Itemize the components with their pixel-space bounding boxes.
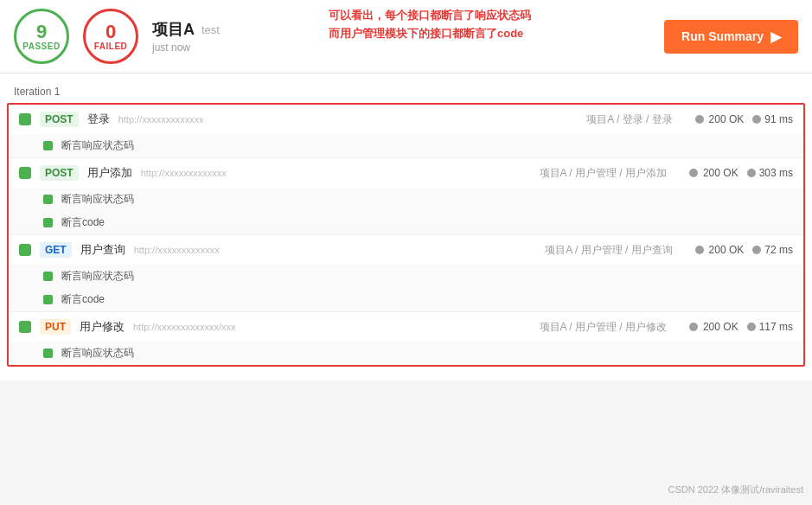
assertion-text: 断言响应状态码 — [61, 192, 134, 207]
time-value: 72 ms — [764, 244, 793, 256]
assertion-text: 断言响应状态码 — [61, 138, 134, 153]
assertion-row: 断言响应状态码 — [9, 342, 803, 365]
request-url: http://xxxxxxxxxxxxx — [118, 114, 204, 125]
time-circle-icon — [747, 169, 756, 177]
time-circle-icon — [752, 246, 761, 254]
request-name: 用户添加 — [87, 165, 132, 181]
header: 9 PASSED 0 FAILED 项目A test just now 可以看出… — [0, 0, 812, 74]
main-content: Iteration 1 POST 登录 http://xxxxxxxxxxxxx… — [0, 74, 812, 380]
iteration-label: Iteration 1 — [0, 80, 812, 103]
request-url: http://xxxxxxxxxxxxx/xxx — [133, 322, 236, 332]
request-status: 200 OK — [689, 167, 738, 179]
status-code: 200 OK — [709, 113, 745, 125]
status-code: 200 OK — [703, 321, 738, 333]
time-value: 117 ms — [759, 321, 793, 333]
time-value: 303 ms — [759, 167, 793, 179]
time-circle-icon — [747, 323, 756, 331]
status-indicator — [19, 244, 31, 256]
project-tag: test — [201, 23, 220, 36]
status-circle-icon — [689, 323, 698, 331]
passed-count: 9 — [36, 22, 47, 42]
status-indicator — [19, 167, 31, 179]
assertion-row: 断言code — [9, 211, 803, 234]
request-status: 200 OK — [695, 244, 745, 256]
assertion-row: 断言code — [9, 288, 803, 311]
assertion-indicator — [43, 295, 53, 304]
status-indicator — [19, 321, 31, 333]
time-circle-icon — [752, 115, 761, 124]
assertion-row: 断言响应状态码 — [9, 188, 803, 211]
request-name: 登录 — [87, 112, 110, 127]
assertion-indicator — [43, 218, 53, 227]
status-circle-icon — [689, 169, 698, 177]
request-time: 72 ms — [752, 244, 793, 256]
failed-badge: 0 FAILED — [83, 9, 138, 64]
request-url: http://xxxxxxxxxxxxx — [141, 168, 227, 178]
request-row[interactable]: POST 用户添加 http://xxxxxxxxxxxxx 项目A / 用户管… — [9, 158, 803, 188]
project-info: 项目A test just now — [152, 19, 220, 54]
request-time: 117 ms — [747, 321, 793, 333]
request-name: 用户查询 — [80, 242, 125, 258]
status-circle-icon — [695, 246, 704, 254]
request-row[interactable]: POST 登录 http://xxxxxxxxxxxxx 项目A / 登录 / … — [9, 105, 803, 134]
request-item: GET 用户查询 http://xxxxxxxxxxxxx 项目A / 用户管理… — [9, 235, 803, 312]
method-tag: POST — [40, 165, 79, 181]
request-list: POST 登录 http://xxxxxxxxxxxxx 项目A / 登录 / … — [7, 103, 805, 367]
time-value: 91 ms — [764, 113, 793, 125]
assertion-row: 断言响应状态码 — [9, 265, 803, 288]
assertion-row: 断言响应状态码 — [9, 134, 803, 157]
assertion-text: 断言code — [61, 292, 105, 307]
request-status: 200 OK — [689, 321, 738, 333]
method-tag: GET — [40, 242, 72, 258]
annotation-line1: 可以看出，每个接口都断言了响应状态码 — [329, 7, 531, 25]
status-indicator — [19, 113, 31, 125]
method-tag: POST — [40, 112, 79, 127]
run-summary-label: Run Summary — [681, 29, 764, 43]
run-summary-button[interactable]: Run Summary ▶ — [664, 20, 798, 54]
request-time: 91 ms — [752, 113, 793, 125]
request-row[interactable]: GET 用户查询 http://xxxxxxxxxxxxx 项目A / 用户管理… — [9, 235, 803, 265]
request-path: 项目A / 用户管理 / 用户添加 — [540, 166, 667, 181]
status-code: 200 OK — [709, 244, 745, 256]
assertion-indicator — [43, 141, 53, 150]
failed-count: 0 — [105, 22, 116, 42]
passed-badge: 9 PASSED — [14, 9, 69, 64]
project-name: 项目A — [152, 19, 195, 40]
request-path: 项目A / 用户管理 / 用户查询 — [545, 243, 672, 258]
failed-label: FAILED — [94, 42, 128, 51]
request-url: http://xxxxxxxxxxxxx — [134, 245, 220, 255]
assertion-text: 断言响应状态码 — [61, 346, 134, 361]
request-row[interactable]: PUT 用户修改 http://xxxxxxxxxxxxx/xxx 项目A / … — [9, 312, 803, 342]
request-time: 303 ms — [747, 167, 793, 179]
status-circle-icon — [695, 115, 704, 124]
assertion-indicator — [43, 272, 53, 281]
request-path: 项目A / 登录 / 登录 — [586, 112, 672, 127]
assertion-text: 断言code — [61, 215, 105, 230]
status-code: 200 OK — [703, 167, 738, 179]
assertion-indicator — [43, 195, 53, 204]
run-summary-arrow-icon: ▶ — [770, 29, 781, 45]
request-name: 用户修改 — [80, 319, 125, 335]
annotation-line2: 而用户管理模块下的接口都断言了code — [329, 25, 531, 43]
project-time: just now — [152, 42, 220, 54]
request-item: POST 登录 http://xxxxxxxxxxxxx 项目A / 登录 / … — [9, 105, 803, 158]
annotation: 可以看出，每个接口都断言了响应状态码 而用户管理模块下的接口都断言了code — [329, 7, 531, 43]
request-item: POST 用户添加 http://xxxxxxxxxxxxx 项目A / 用户管… — [9, 158, 803, 235]
request-item: PUT 用户修改 http://xxxxxxxxxxxxx/xxx 项目A / … — [9, 312, 803, 365]
request-status: 200 OK — [695, 113, 745, 125]
assertion-text: 断言响应状态码 — [61, 269, 134, 284]
method-tag: PUT — [40, 319, 71, 335]
request-path: 项目A / 用户管理 / 用户修改 — [540, 320, 667, 335]
passed-label: PASSED — [22, 42, 60, 51]
assertion-indicator — [43, 348, 53, 358]
